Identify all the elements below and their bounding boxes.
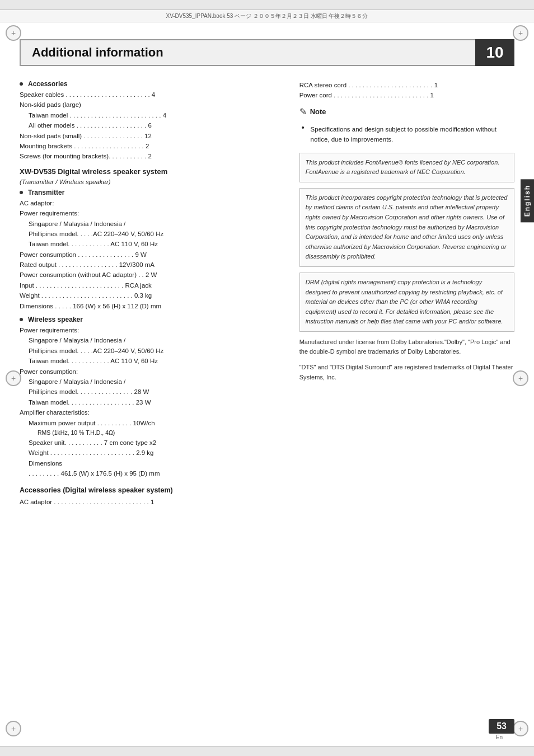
list-item: Power consumption . . . . . . . . . . . …: [20, 250, 283, 260]
list-item: Phillipines model. . . . .AC 220–240 V, …: [20, 346, 283, 356]
file-info-bar: XV-DV535_IPPAN.book 53 ページ ２００５年２月２３日 水曜…: [0, 10, 534, 22]
top-binding-strip: [0, 0, 534, 10]
list-item: Power requirements:: [20, 208, 283, 218]
list-item: Non-skid pads (small) . . . . . . . . . …: [20, 131, 283, 141]
list-item: Taiwan model. . . . . . . . . . . . AC 1…: [20, 356, 283, 366]
info-box-fontavenue: This product includes FontAvenue® fonts …: [299, 153, 514, 182]
note-box: ✎ Note: [299, 107, 514, 117]
main-content: Additional information 10 Accessories Sp…: [0, 22, 534, 524]
accessories2-title: Accessories (Digital wireless speaker sy…: [20, 486, 283, 494]
note-section: ✎ Note • Specifications and design subje…: [299, 107, 514, 145]
list-item: Dimensions: [20, 458, 283, 468]
file-info-text: XV-DV535_IPPAN.book 53 ページ ２００５年２月２３日 水曜…: [166, 12, 368, 20]
bottom-binding-strip: [0, 746, 534, 756]
note-text: Specifications and design subject to pos…: [308, 124, 514, 145]
list-item: Power cord . . . . . . . . . . . . . . .…: [299, 90, 514, 100]
accessories-header: Accessories: [20, 80, 283, 88]
list-item: RMS (1kHz, 10 % T.H.D., 4Ω): [20, 428, 283, 438]
bullet-icon: [20, 318, 23, 321]
page-lang-label: En: [496, 734, 503, 740]
list-item: Taiwan model . . . . . . . . . . . . . .…: [20, 110, 283, 120]
list-item: Non-skid pads (large): [20, 100, 283, 110]
list-item: Taiwan model. . . . . . . . . . . . . . …: [20, 397, 283, 407]
list-item: Phillipines model. . . . .AC 220–240 V, …: [20, 229, 283, 239]
transmitter-items: AC adaptor: Power requirements: Singapor…: [20, 198, 283, 311]
dts-trademark: "DTS" and "DTS Digital Surround" are reg…: [299, 363, 514, 382]
page-title: Additional information: [32, 45, 163, 60]
list-item: Singapore / Malaysia / Indonesia /: [20, 219, 283, 229]
wireless-speaker-header: Wireless speaker: [20, 316, 283, 323]
list-item: Dimensions . . . . . 166 (W) x 56 (H) x …: [20, 301, 283, 311]
list-item: Weight . . . . . . . . . . . . . . . . .…: [20, 448, 283, 458]
left-column: Accessories Speaker cables . . . . . . .…: [20, 80, 283, 508]
list-item: Singapore / Malaysia / Indonesia /: [20, 377, 283, 387]
accessories-items: Speaker cables . . . . . . . . . . . . .…: [20, 90, 283, 162]
list-item: Power consumption (without AC adaptor) .…: [20, 270, 283, 280]
list-item: Weight . . . . . . . . . . . . . . . . .…: [20, 290, 283, 300]
list-item: Phillipines model. . . . . . . . . . . .…: [20, 387, 283, 397]
page-number-box: 53: [489, 719, 514, 734]
section-number: 10: [486, 44, 503, 62]
list-item: RCA stereo cord . . . . . . . . . . . . …: [299, 80, 514, 90]
header-title-box: Additional information: [20, 39, 475, 66]
info-text-macrovision: This product incorporates copyright prot…: [306, 193, 508, 262]
note-label: Note: [310, 107, 326, 116]
info-text-drm: DRM (digital rights management) copy pro…: [306, 278, 508, 327]
page-header: Additional information 10: [20, 39, 514, 66]
rca-cord-item: RCA stereo cord . . . . . . . . . . . . …: [299, 80, 514, 101]
screw-bottom-right: [513, 721, 528, 736]
note-icon: ✎: [299, 106, 307, 117]
wireless-label: Wireless speaker: [28, 316, 83, 323]
list-item: Power requirements:: [20, 325, 283, 335]
list-item: AC adaptor . . . . . . . . . . . . . . .…: [20, 497, 283, 507]
bullet-icon: [20, 191, 23, 194]
page-number: 53: [496, 721, 507, 731]
transmitter-label: Transmitter: [28, 189, 64, 196]
bullet-icon: [20, 82, 23, 86]
screw-bottom-left: [6, 721, 21, 736]
accessories2-items: AC adaptor . . . . . . . . . . . . . . .…: [20, 497, 283, 507]
list-item: Taiwan model. . . . . . . . . . . . AC 1…: [20, 239, 283, 249]
list-item: Speaker cables . . . . . . . . . . . . .…: [20, 90, 283, 100]
list-item: Speaker unit. . . . . . . . . . . 7 cm c…: [20, 438, 283, 448]
list-item: AC adaptor:: [20, 198, 283, 208]
dolby-trademark: Manufactured under license from Dolby La…: [299, 337, 514, 357]
transmitter-header: Transmitter: [20, 189, 283, 196]
wireless-items: Power requirements: Singapore / Malaysia…: [20, 325, 283, 478]
list-item: Screws (for mounting brackets). . . . . …: [20, 151, 283, 161]
system-title: XW-DV535 Digital wireless speaker system: [20, 167, 283, 176]
list-item: Rated output . . . . . . . . . . . . . .…: [20, 260, 283, 270]
list-item: Mounting brackets . . . . . . . . . . . …: [20, 141, 283, 151]
accessories-label: Accessories: [28, 80, 68, 88]
two-column-layout: Accessories Speaker cables . . . . . . .…: [20, 80, 514, 508]
note-bullet: •: [302, 123, 305, 133]
info-box-drm: DRM (digital rights management) copy pro…: [299, 273, 514, 332]
list-item: Power consumption:: [20, 367, 283, 377]
note-content: • Specifications and design subject to p…: [299, 123, 514, 145]
list-item: Singapore / Malaysia / Indonesia /: [20, 335, 283, 345]
list-item: Amplifier characteristics:: [20, 407, 283, 417]
list-item: . . . . . . . . . 461.5 (W) x 176.5 (H) …: [20, 468, 283, 478]
system-title-text: XW-DV535 Digital wireless speaker system: [20, 167, 167, 176]
right-column: RCA stereo cord . . . . . . . . . . . . …: [299, 80, 514, 508]
info-text-fontavenue: This product includes FontAvenue® fonts …: [306, 158, 508, 177]
info-box-macrovision: This product incorporates copyright prot…: [299, 188, 514, 267]
list-item: Input . . . . . . . . . . . . . . . . . …: [20, 280, 283, 290]
list-item: All other models . . . . . . . . . . . .…: [20, 120, 283, 130]
system-subtitle: (Transmitter / Wireless speaker): [20, 179, 283, 185]
list-item: Maximum power output . . . . . . . . . .…: [20, 418, 283, 428]
section-number-box: 10: [475, 39, 514, 66]
